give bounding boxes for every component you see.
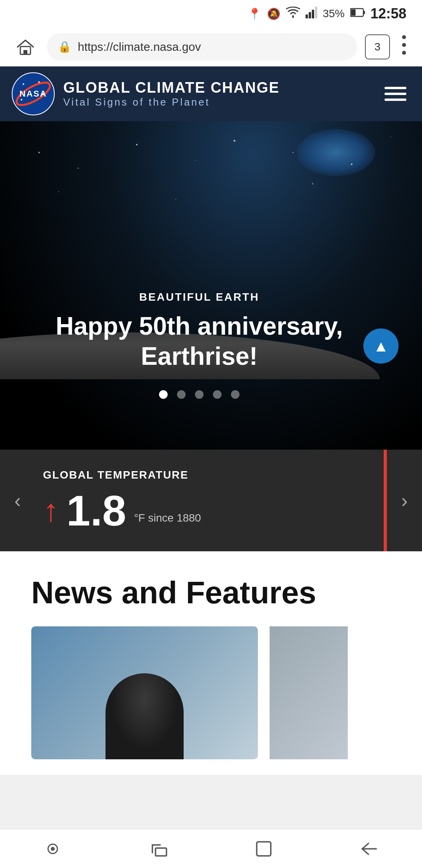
android-back-button[interactable] [346,833,393,864]
browser-bar: 🔒 https://climate.nasa.gov 3 [0,27,422,66]
vital-signs-accent [384,450,387,551]
news-card-2[interactable] [270,626,348,759]
svg-rect-1 [309,12,311,18]
hamburger-line-2 [384,93,406,95]
svg-point-18 [21,99,22,100]
status-time: 12:58 [370,5,406,22]
android-tabs-button[interactable] [135,833,182,864]
temperature-value: 1.8 [66,489,126,532]
tab-count-badge[interactable]: 3 [365,34,390,59]
url-text: https://climate.nasa.gov [78,40,201,54]
svg-point-20 [38,152,40,153]
vital-signs-prev-button[interactable]: ‹ [0,450,35,551]
wifi-icon [286,7,300,21]
site-title-sub: Vital Signs of the Planet [63,96,280,108]
slider-dots [0,390,399,399]
home-button[interactable] [12,33,39,61]
dot-3[interactable] [195,390,204,399]
hero-title: Happy 50th anniversary, Earthrise! [23,311,375,371]
battery-percent: 35% [323,7,345,20]
hero-background [0,121,422,450]
location-icon: 📍 [248,7,261,20]
news-section: News and Features [0,551,422,775]
site-header-left: NASA GLOBAL CLIMATE CHANGE Vital Signs o… [12,72,280,115]
svg-point-21 [78,168,79,169]
svg-point-23 [195,160,196,161]
site-title-block: GLOBAL CLIMATE CHANGE Vital Signs of the… [63,79,280,108]
dot-1[interactable] [159,390,168,399]
vital-signs-strip: ‹ GLOBAL TEMPERATURE ↑ 1.8 °F since 1880… [0,450,422,551]
temperature-up-arrow-icon: ↑ [43,495,59,526]
svg-point-9 [402,35,406,39]
site-title-main: GLOBAL CLIMATE CHANGE [63,79,280,96]
dot-4[interactable] [213,390,222,399]
dot-2[interactable] [177,390,186,399]
news-card-1[interactable] [31,626,258,759]
svg-rect-0 [306,14,308,18]
news-card-1-person [106,673,184,759]
svg-rect-5 [363,11,365,14]
site-header: NASA GLOBAL CLIMATE CHANGE Vital Signs o… [0,66,422,121]
battery-icon [350,7,365,20]
android-dot-button[interactable] [29,833,76,864]
signal-icon [306,7,317,21]
svg-point-22 [136,144,138,145]
vital-signs-next-button[interactable]: › [387,450,422,551]
hamburger-line-3 [384,99,406,101]
vital-signs-content: GLOBAL TEMPERATURE ↑ 1.8 °F since 1880 [35,457,422,544]
svg-point-24 [234,140,236,142]
stars-bg [0,121,422,450]
svg-rect-8 [23,50,27,54]
nasa-logo[interactable]: NASA [12,72,55,115]
browser-menu-button[interactable] [398,35,410,59]
bottom-navigation [0,829,422,868]
svg-text:NASA: NASA [20,89,47,99]
svg-point-28 [58,191,59,192]
url-bar[interactable]: 🔒 https://climate.nasa.gov [47,33,357,61]
svg-rect-2 [312,10,314,18]
android-overview-button[interactable] [240,833,287,864]
svg-point-15 [23,83,24,85]
svg-rect-33 [156,848,166,856]
hero-category: BEAUTIFUL EARTH [23,291,375,303]
news-card-2-bg [270,626,348,759]
svg-point-11 [402,51,406,55]
svg-rect-3 [315,7,317,18]
hero-content: BEAUTIFUL EARTH Happy 50th anniversary, … [0,291,399,371]
svg-rect-34 [257,842,271,856]
hamburger-menu-button[interactable] [381,83,410,105]
hamburger-line-1 [384,87,406,89]
mute-icon: 🔕 [267,7,281,20]
svg-point-10 [402,43,406,47]
status-icons: 📍 🔕 35% [248,5,406,22]
vital-signs-label: GLOBAL TEMPERATURE [43,469,414,481]
news-cards-row [0,626,422,759]
svg-point-26 [351,163,352,165]
temperature-unit: °F since 1880 [134,512,201,532]
hero-slider: BEAUTIFUL EARTH Happy 50th anniversary, … [0,121,422,450]
dot-5[interactable] [231,390,240,399]
svg-point-16 [38,81,40,83]
scroll-up-button[interactable]: ▲ [363,328,399,364]
vital-signs-value-row: ↑ 1.8 °F since 1880 [43,489,414,532]
secure-lock-icon: 🔒 [58,40,72,53]
svg-point-29 [175,199,176,200]
bottom-nav-spacer [0,775,422,822]
svg-point-32 [51,847,55,851]
svg-rect-6 [351,9,356,16]
svg-point-30 [312,183,313,185]
news-section-title: News and Features [0,575,422,611]
status-bar: 📍 🔕 35% [0,0,422,27]
svg-point-25 [293,152,294,153]
chevron-up-icon: ▲ [373,337,389,355]
svg-point-27 [390,136,391,137]
